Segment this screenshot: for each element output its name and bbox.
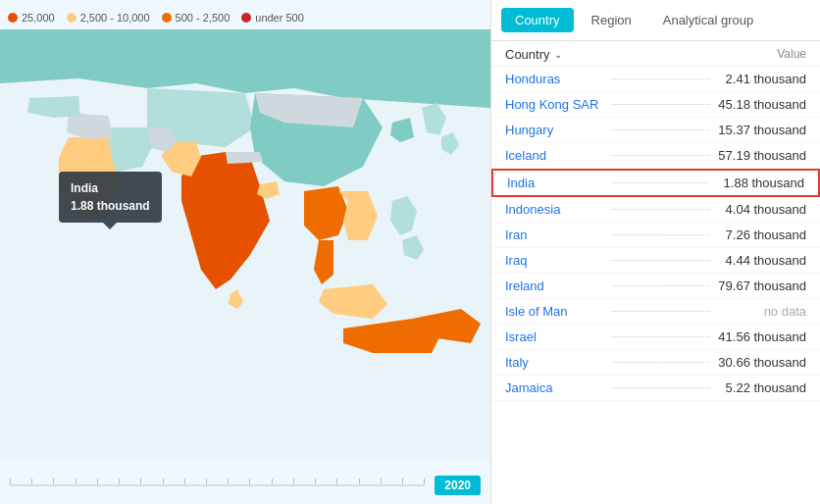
tick-6	[119, 479, 120, 484]
map-svg	[0, 29, 490, 461]
legend-dot-2500-10000	[67, 13, 77, 23]
table-row[interactable]: Israel41.56 thousand	[491, 325, 820, 350]
tick-12	[249, 479, 250, 484]
table-row[interactable]: Isle of Manno data	[491, 299, 820, 325]
tick-13	[272, 479, 273, 484]
table-row[interactable]: Hungary15.37 thousand	[491, 118, 820, 143]
row-value: 1.88 thousand	[716, 176, 804, 190]
tick-11	[228, 479, 229, 484]
legend-label-under-500: under 500	[255, 12, 304, 24]
dotted-line	[611, 285, 710, 286]
legend-label-2500-10000: 2,500 - 10,000	[80, 12, 150, 24]
right-panel: Country Region Analytical group Country …	[490, 0, 820, 504]
legend-item-under-500: under 500	[241, 12, 304, 24]
table-row[interactable]: Iceland57.19 thousand	[491, 143, 820, 169]
legend-item-2500-10000: 2,500 - 10,000	[67, 12, 150, 24]
legend-dot-25000	[8, 13, 18, 23]
dotted-line	[611, 336, 710, 337]
tick-15	[315, 479, 316, 484]
row-value: 57.19 thousand	[718, 148, 806, 163]
dotted-line	[613, 182, 708, 183]
dotted-line	[611, 78, 710, 79]
country-name: Iraq	[505, 253, 603, 268]
country-name: Jamaica	[505, 380, 603, 395]
dotted-line	[611, 387, 710, 388]
dotted-line	[611, 155, 710, 156]
country-name: India	[507, 176, 605, 190]
legend-dot-500-2500	[162, 13, 172, 23]
country-name: Honduras	[505, 72, 603, 86]
country-name: Hungary	[505, 123, 603, 137]
row-value: 4.44 thousand	[718, 253, 806, 268]
country-name: Iran	[505, 227, 603, 242]
column-value-header: Value	[777, 47, 806, 62]
table-row[interactable]: Iraq4.44 thousand	[491, 248, 820, 274]
row-value: 30.66 thousand	[718, 355, 806, 370]
table-body: Honduras2.41 thousandHong Kong SAR45.18 …	[491, 67, 820, 504]
tick-10	[206, 479, 207, 484]
timeline-bar[interactable]	[10, 484, 425, 486]
row-value: 7.26 thousand	[718, 227, 806, 242]
country-name: Israel	[505, 329, 603, 344]
tick-7	[140, 479, 141, 484]
country-name: Italy	[505, 355, 603, 370]
table-header: Country ⌄ Value	[491, 41, 820, 67]
table-row[interactable]: Honduras2.41 thousand	[491, 67, 820, 92]
country-name: Ireland	[505, 278, 603, 293]
dotted-line	[611, 234, 710, 235]
tick-16	[336, 479, 337, 484]
legend-item-25000: 25,000	[8, 12, 55, 24]
map-svg-container	[0, 29, 490, 465]
tick-20	[424, 479, 425, 484]
country-name: Isle of Man	[505, 304, 603, 319]
table-row[interactable]: Indonesia4.04 thousand	[491, 197, 820, 223]
legend-label-500-2500: 500 - 2,500	[176, 12, 231, 24]
tick-3	[53, 479, 54, 484]
dotted-line	[611, 209, 710, 210]
tab-country[interactable]: Country	[501, 8, 574, 32]
timeline: 2020	[0, 467, 490, 504]
row-value: 4.04 thousand	[718, 202, 806, 217]
tick-17	[359, 479, 360, 484]
table-row[interactable]: India1.88 thousand	[491, 169, 820, 197]
legend: 25,000 2,500 - 10,000 500 - 2,500 under …	[0, 8, 312, 27]
tick-4	[76, 479, 77, 484]
tick-1	[10, 479, 11, 484]
table-row[interactable]: Ireland79.67 thousand	[491, 274, 820, 299]
legend-label-25000: 25,000	[22, 12, 55, 24]
row-value: 5.22 thousand	[718, 380, 806, 395]
row-value: 41.56 thousand	[718, 329, 806, 344]
tabs-row: Country Region Analytical group	[491, 0, 820, 41]
row-value: no data	[718, 304, 806, 319]
legend-dot-under-500	[241, 13, 251, 23]
nepal	[226, 152, 263, 164]
legend-item-500-2500: 500 - 2,500	[162, 12, 231, 24]
timeline-year[interactable]: 2020	[435, 476, 481, 495]
chevron-down-icon: ⌄	[554, 49, 562, 60]
country-name: Indonesia	[505, 202, 603, 217]
tick-2	[31, 479, 32, 484]
tick-19	[402, 479, 403, 484]
tick-5	[97, 479, 98, 484]
tab-analytical-group[interactable]: Analytical group	[649, 8, 768, 32]
row-value: 15.37 thousand	[718, 123, 806, 137]
row-value: 45.18 thousand	[718, 97, 806, 112]
dotted-line	[611, 362, 710, 363]
column-country-header[interactable]: Country ⌄	[505, 47, 562, 62]
table-row[interactable]: Hong Kong SAR45.18 thousand	[491, 92, 820, 118]
dotted-line	[611, 260, 710, 261]
table-row[interactable]: Italy30.66 thousand	[491, 350, 820, 376]
tab-region[interactable]: Region	[578, 8, 645, 32]
tick-14	[293, 479, 294, 484]
map-panel: 25,000 2,500 - 10,000 500 - 2,500 under …	[0, 0, 490, 504]
table-row[interactable]: Iran7.26 thousand	[491, 223, 820, 248]
tick-8	[163, 479, 164, 484]
country-name: Hong Kong SAR	[505, 97, 603, 112]
dotted-line	[611, 129, 710, 130]
country-name: Iceland	[505, 148, 603, 163]
column-country-label: Country	[505, 47, 550, 62]
table-row[interactable]: Jamaica5.22 thousand	[491, 376, 820, 401]
row-value: 2.41 thousand	[718, 72, 806, 86]
main-container: 25,000 2,500 - 10,000 500 - 2,500 under …	[0, 0, 820, 504]
dotted-line	[611, 104, 710, 105]
